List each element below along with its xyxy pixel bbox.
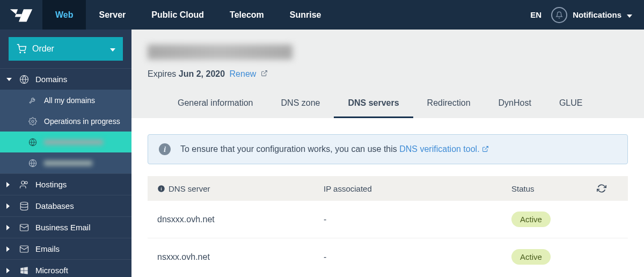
sidebar-label: Emails	[35, 244, 60, 253]
cell-server: nsxxx.ovh.net	[157, 252, 324, 262]
cell-server: dnsxxx.ovh.net	[157, 215, 324, 224]
header-right: EN Notifications	[530, 7, 644, 23]
sidebar-label: Business Email	[35, 223, 91, 232]
status-badge: Active	[511, 249, 551, 265]
chevron-right-icon	[6, 246, 13, 252]
sidebar-item-emails[interactable]: Emails	[0, 238, 131, 259]
nav-tab-sunrise[interactable]: Sunrise	[277, 0, 334, 30]
chevron-down-icon	[627, 10, 632, 19]
svg-point-8	[20, 202, 28, 205]
sidebar-item-microsoft[interactable]: Microsoft	[0, 259, 131, 277]
chevron-down-icon	[110, 44, 115, 54]
order-label: Order	[32, 44, 54, 54]
globe-icon	[28, 159, 38, 167]
wrench-icon	[28, 96, 38, 105]
logo[interactable]	[9, 6, 33, 24]
svg-point-0	[20, 52, 21, 53]
mail-icon	[18, 223, 30, 232]
cell-ip: -	[324, 252, 511, 262]
nav-tab-server[interactable]: Server	[86, 0, 138, 30]
language-selector[interactable]: EN	[530, 10, 541, 19]
gear-icon	[28, 117, 38, 126]
page-title-redacted	[148, 45, 292, 60]
sidebar-item-domains[interactable]: Domains	[0, 68, 131, 90]
svg-point-1	[24, 52, 25, 53]
tab-glue[interactable]: GLUE	[545, 91, 597, 118]
info-icon: i	[159, 143, 171, 155]
database-icon	[18, 201, 30, 211]
renew-link[interactable]: Renew	[230, 69, 268, 78]
sidebar-label: Domains	[35, 75, 67, 84]
info-alert: i To ensure that your configuration work…	[148, 134, 628, 164]
sub-operations[interactable]: Operations in progress	[0, 111, 131, 132]
order-button[interactable]: Order	[9, 37, 123, 61]
chevron-right-icon	[6, 182, 13, 187]
chevron-right-icon	[6, 225, 13, 230]
sub-all-domains[interactable]: All my domains	[0, 90, 131, 111]
svg-point-7	[25, 181, 28, 184]
sidebar-label: Databases	[35, 201, 74, 210]
svg-point-6	[21, 181, 25, 184]
tab-dns-zone[interactable]: DNS zone	[267, 91, 334, 118]
nav-tab-telecom[interactable]: Telecom	[217, 0, 277, 30]
nav-tab-web[interactable]: Web	[42, 0, 86, 30]
cell-ip: -	[324, 215, 511, 224]
external-link-icon	[482, 145, 489, 152]
col-status: Status	[511, 184, 597, 193]
chevron-right-icon	[6, 203, 13, 209]
sidebar-label: Hostings	[35, 180, 67, 189]
table-row: nsxxx.ovh.net - Active	[148, 238, 628, 275]
cart-icon	[16, 44, 27, 54]
content-area: Expires Jun 2, 2020 Renew General inform…	[131, 30, 644, 277]
chevron-right-icon	[6, 268, 13, 273]
expires-line: Expires Jun 2, 2020 Renew	[148, 69, 628, 79]
sidebar: Order Domains All my domains Operations …	[0, 30, 131, 277]
svg-point-3	[32, 120, 34, 122]
svg-rect-10	[20, 246, 28, 252]
refresh-button[interactable]	[597, 184, 618, 193]
notifications-menu[interactable]: Notifications	[551, 7, 632, 23]
globe-icon	[18, 75, 30, 84]
col-ip: IP associated	[324, 184, 511, 193]
windows-icon	[18, 266, 30, 275]
globe-icon	[28, 138, 38, 147]
dns-verification-link[interactable]: DNS verification tool.	[399, 144, 489, 154]
info-icon	[157, 185, 165, 193]
mail-icon	[18, 244, 30, 254]
bell-icon	[551, 7, 567, 23]
notifications-label: Notifications	[573, 10, 621, 19]
sub-label-redacted	[28, 138, 103, 147]
tab-dns-servers[interactable]: DNS servers	[334, 91, 413, 118]
nav-tab-public-cloud[interactable]: Public Cloud	[138, 0, 217, 30]
hostings-icon	[18, 180, 30, 189]
expires-prefix: Expires	[148, 69, 179, 78]
sidebar-item-hostings[interactable]: Hostings	[0, 173, 131, 195]
sub-domain-2[interactable]	[0, 152, 131, 173]
col-dns-server: DNS server	[169, 184, 210, 193]
page-tabs: General information DNS zone DNS servers…	[148, 91, 628, 118]
svg-rect-9	[20, 224, 28, 231]
sidebar-label: Microsoft	[35, 266, 68, 275]
tab-dynhost[interactable]: DynHost	[485, 91, 545, 118]
external-link-icon	[261, 70, 268, 77]
sub-domain-1[interactable]	[0, 132, 131, 152]
alert-text: To ensure that your configuration works,…	[180, 144, 399, 154]
header-nav: Web Server Public Cloud Telecom Sunrise	[42, 0, 334, 30]
tab-redirection[interactable]: Redirection	[413, 91, 485, 118]
table-row: dnsxxx.ovh.net - Active	[148, 201, 628, 238]
sub-label-redacted	[28, 159, 92, 167]
tab-general[interactable]: General information	[164, 91, 267, 118]
sub-label: Operations in progress	[28, 117, 120, 126]
sub-label: All my domains	[28, 96, 95, 105]
sidebar-item-business-email[interactable]: Business Email	[0, 216, 131, 238]
expires-date: Jun 2, 2020	[179, 69, 225, 78]
table-header: DNS server IP associated Status	[148, 176, 628, 201]
app-header: Web Server Public Cloud Telecom Sunrise …	[0, 0, 644, 30]
status-badge: Active	[511, 212, 551, 227]
chevron-down-icon	[6, 78, 13, 81]
sidebar-item-databases[interactable]: Databases	[0, 195, 131, 216]
